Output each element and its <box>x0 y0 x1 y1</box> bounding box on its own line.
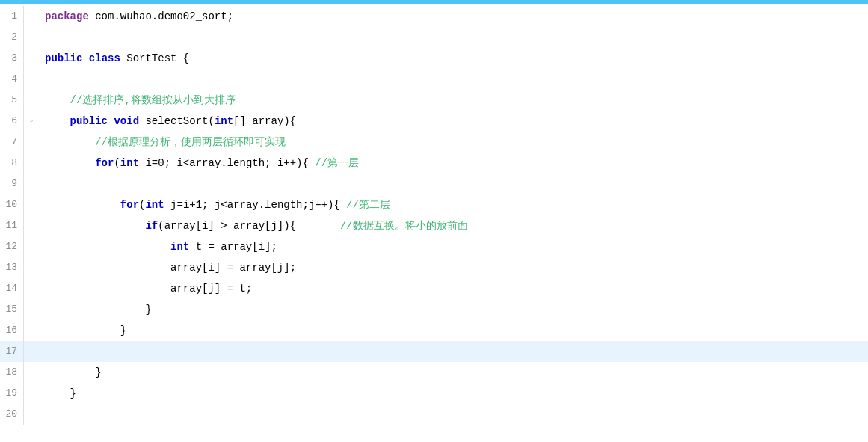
code-line: 3public class SortTest { <box>0 48 868 69</box>
token-kw-blue: public <box>45 52 82 64</box>
line-number: 8 <box>0 153 24 174</box>
line-gutter <box>24 299 39 320</box>
code-line: 16 } <box>0 320 868 341</box>
line-content: array[j] = t; <box>39 278 868 299</box>
token-comment: //第一层 <box>315 157 359 169</box>
line-gutter <box>24 320 39 341</box>
line-number: 13 <box>0 257 24 278</box>
line-gutter <box>24 174 39 194</box>
token-kw-blue: void <box>114 115 139 127</box>
line-number: 4 <box>0 69 24 90</box>
code-line: 5 //选择排序,将数组按从小到大排序 <box>0 90 868 111</box>
token-kw-blue: for <box>95 157 114 169</box>
line-number: 18 <box>0 362 24 383</box>
line-number: 14 <box>0 278 24 299</box>
token-normal: } <box>45 304 152 316</box>
token-normal: i=0; i<array.length; i++){ <box>139 157 315 169</box>
token-kw-blue: public <box>70 115 108 127</box>
line-content: for(int i=0; i<array.length; i++){ //第一层 <box>39 153 868 174</box>
token-normal <box>45 199 120 211</box>
token-normal: array[i] = array[j]; <box>45 262 296 274</box>
token-normal <box>45 115 70 127</box>
code-line: 7 //根据原理分析，使用两层循环即可实现 <box>0 132 868 153</box>
line-gutter <box>24 215 39 236</box>
token-comment: //数据互换。将小的放前面 <box>340 220 468 232</box>
line-gutter <box>24 90 39 111</box>
code-line: 4 <box>0 69 868 90</box>
line-content <box>39 27 868 48</box>
token-normal: t = array[i]; <box>189 241 277 253</box>
line-number: 15 <box>0 299 24 320</box>
token-normal: com.wuhao.demo02_sort; <box>89 10 233 22</box>
line-gutter <box>24 153 39 174</box>
token-normal <box>45 157 95 169</box>
line-gutter <box>24 48 39 69</box>
token-kw-blue: int <box>170 241 189 253</box>
line-content: } <box>39 362 868 383</box>
line-gutter <box>24 278 39 299</box>
line-gutter <box>24 236 39 257</box>
token-kw-blue: int <box>145 199 164 211</box>
code-line: 6◦ public void selectSort(int[] array){ <box>0 111 868 132</box>
code-line: 15 } <box>0 299 868 320</box>
line-content: public class SortTest { <box>39 48 868 69</box>
code-line: 14 array[j] = t; <box>0 278 868 299</box>
line-content: int t = array[i]; <box>39 236 868 257</box>
line-gutter <box>24 404 39 425</box>
token-kw-blue: for <box>120 199 139 211</box>
token-comment: //根据原理分析，使用两层循环即可实现 <box>45 136 286 148</box>
token-normal: } <box>45 366 102 378</box>
line-content: //选择排序,将数组按从小到大排序 <box>39 90 868 111</box>
token-normal <box>82 52 88 64</box>
token-normal <box>45 241 170 253</box>
token-kw-blue: class <box>89 52 120 64</box>
line-content: package com.wuhao.demo02_sort; <box>39 6 868 27</box>
code-line: 18 } <box>0 362 868 383</box>
code-line: 1package com.wuhao.demo02_sort; <box>0 6 868 27</box>
line-gutter <box>24 6 39 27</box>
line-gutter <box>24 383 39 404</box>
code-line: 20 <box>0 404 868 425</box>
token-comment: //选择排序,将数组按从小到大排序 <box>45 94 236 106</box>
line-gutter <box>24 132 39 153</box>
token-normal: (array[i] > array[j]){ <box>158 220 340 232</box>
token-normal: selectSort( <box>139 115 215 127</box>
line-content: for(int j=i+1; j<array.length;j++){ //第二… <box>39 194 868 215</box>
token-normal: SortTest { <box>120 52 189 64</box>
code-editor: 1package com.wuhao.demo02_sort;2 3public… <box>0 0 868 442</box>
code-line: 8 for(int i=0; i<array.length; i++){ //第… <box>0 153 868 174</box>
token-normal: j=i+1; j<array.length;j++){ <box>164 199 347 211</box>
line-gutter <box>24 341 39 362</box>
line-content: public void selectSort(int[] array){ <box>39 111 868 132</box>
code-area: 1package com.wuhao.demo02_sort;2 3public… <box>0 4 868 425</box>
line-content <box>39 404 868 425</box>
token-normal: [] array){ <box>233 115 296 127</box>
line-content: } <box>39 383 868 404</box>
line-number: 5 <box>0 90 24 111</box>
code-line: 9 <box>0 174 868 194</box>
line-number: 12 <box>0 236 24 257</box>
token-kw-blue: int <box>215 115 233 127</box>
line-gutter: ◦ <box>24 111 39 132</box>
code-line: 10 for(int j=i+1; j<array.length;j++){ /… <box>0 194 868 215</box>
code-line: 11 if(array[i] > array[j]){ //数据互换。将小的放前… <box>0 215 868 236</box>
line-content: if(array[i] > array[j]){ //数据互换。将小的放前面 <box>39 215 868 236</box>
token-kw-blue: if <box>145 220 158 232</box>
line-number: 9 <box>0 174 24 194</box>
code-line: 17 <box>0 341 868 362</box>
line-content: //根据原理分析，使用两层循环即可实现 <box>39 132 868 153</box>
token-comment: //第二层 <box>346 199 390 211</box>
line-number: 3 <box>0 48 24 69</box>
line-gutter <box>24 69 39 90</box>
code-line: 13 array[i] = array[j]; <box>0 257 868 278</box>
line-gutter <box>24 194 39 215</box>
token-normal: ( <box>114 157 120 169</box>
token-kw-purple: package <box>45 10 89 22</box>
line-number: 10 <box>0 194 24 215</box>
code-line: 2 <box>0 27 868 48</box>
code-line: 19 } <box>0 383 868 404</box>
line-number: 7 <box>0 132 24 153</box>
line-gutter <box>24 257 39 278</box>
line-content: array[i] = array[j]; <box>39 257 868 278</box>
token-normal <box>45 220 145 232</box>
